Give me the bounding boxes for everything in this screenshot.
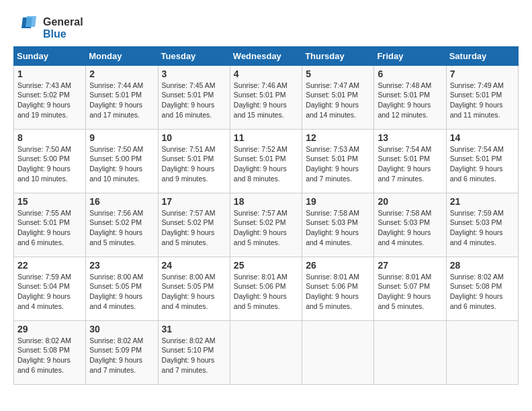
day-number: 16 <box>89 196 154 207</box>
day-info: Sunrise: 7:57 AM Sunset: 5:02 PM Dayligh… <box>234 208 298 248</box>
calendar-week-row: 8 Sunrise: 7:50 AM Sunset: 5:00 PM Dayli… <box>14 129 519 193</box>
day-number: 7 <box>450 68 515 79</box>
logo-text-blue: Blue <box>43 28 83 40</box>
day-number: 11 <box>234 132 298 143</box>
day-info: Sunrise: 8:01 AM Sunset: 5:06 PM Dayligh… <box>234 272 298 312</box>
calendar-cell: 15 Sunrise: 7:55 AM Sunset: 5:01 PM Dayl… <box>14 193 86 257</box>
calendar-cell: 11 Sunrise: 7:52 AM Sunset: 5:01 PM Dayl… <box>230 129 302 193</box>
calendar-cell: 21 Sunrise: 7:59 AM Sunset: 5:03 PM Dayl… <box>446 193 518 257</box>
calendar-cell: 25 Sunrise: 8:01 AM Sunset: 5:06 PM Dayl… <box>230 257 302 320</box>
day-info: Sunrise: 8:01 AM Sunset: 5:07 PM Dayligh… <box>378 272 442 312</box>
day-info: Sunrise: 7:48 AM Sunset: 5:01 PM Dayligh… <box>378 81 442 120</box>
weekday-header-row: SundayMondayTuesdayWednesdayThursdayFrid… <box>14 46 519 65</box>
day-number: 27 <box>378 260 442 271</box>
calendar-cell: 6 Sunrise: 7:48 AM Sunset: 5:01 PM Dayli… <box>374 65 446 129</box>
day-info: Sunrise: 7:58 AM Sunset: 5:03 PM Dayligh… <box>306 208 370 248</box>
day-info: Sunrise: 7:52 AM Sunset: 5:01 PM Dayligh… <box>234 144 298 184</box>
day-info: Sunrise: 7:51 AM Sunset: 5:01 PM Dayligh… <box>162 144 226 184</box>
day-number: 4 <box>234 68 298 79</box>
calendar-week-row: 1 Sunrise: 7:43 AM Sunset: 5:02 PM Dayli… <box>14 65 519 129</box>
calendar-cell: 29 Sunrise: 8:02 AM Sunset: 5:08 PM Dayl… <box>14 320 86 384</box>
day-number: 28 <box>450 260 515 271</box>
day-info: Sunrise: 8:00 AM Sunset: 5:05 PM Dayligh… <box>162 272 226 312</box>
calendar-cell: 5 Sunrise: 7:47 AM Sunset: 5:01 PM Dayli… <box>302 65 374 129</box>
day-number: 25 <box>234 260 298 271</box>
day-info: Sunrise: 7:55 AM Sunset: 5:01 PM Dayligh… <box>17 208 82 248</box>
day-number: 15 <box>17 196 82 207</box>
calendar-cell: 3 Sunrise: 7:45 AM Sunset: 5:01 PM Dayli… <box>158 65 230 129</box>
calendar-cell: 7 Sunrise: 7:49 AM Sunset: 5:01 PM Dayli… <box>446 65 518 129</box>
calendar-cell: 13 Sunrise: 7:54 AM Sunset: 5:01 PM Dayl… <box>374 129 446 193</box>
day-number: 31 <box>162 324 226 334</box>
calendar-cell: 31 Sunrise: 8:02 AM Sunset: 5:10 PM Dayl… <box>158 320 230 384</box>
day-number: 13 <box>378 132 442 143</box>
calendar-cell: 14 Sunrise: 7:54 AM Sunset: 5:01 PM Dayl… <box>446 129 518 193</box>
day-number: 14 <box>450 132 515 143</box>
day-number: 6 <box>378 68 442 79</box>
day-info: Sunrise: 7:45 AM Sunset: 5:01 PM Dayligh… <box>162 81 226 120</box>
calendar-cell: 17 Sunrise: 7:57 AM Sunset: 5:02 PM Dayl… <box>158 193 230 257</box>
calendar-table: SundayMondayTuesdayWednesdayThursdayFrid… <box>13 46 519 385</box>
day-number: 2 <box>89 68 154 79</box>
day-number: 12 <box>306 132 370 143</box>
weekday-header: Tuesday <box>158 46 230 65</box>
day-info: Sunrise: 7:49 AM Sunset: 5:01 PM Dayligh… <box>450 81 515 120</box>
day-info: Sunrise: 8:02 AM Sunset: 5:08 PM Dayligh… <box>450 272 515 312</box>
day-number: 17 <box>162 196 226 207</box>
day-info: Sunrise: 7:54 AM Sunset: 5:01 PM Dayligh… <box>378 144 442 184</box>
day-info: Sunrise: 7:53 AM Sunset: 5:01 PM Dayligh… <box>306 144 370 184</box>
calendar-week-row: 29 Sunrise: 8:02 AM Sunset: 5:08 PM Dayl… <box>14 320 519 384</box>
day-info: Sunrise: 8:02 AM Sunset: 5:08 PM Dayligh… <box>17 336 82 375</box>
day-info: Sunrise: 7:57 AM Sunset: 5:02 PM Dayligh… <box>162 208 226 248</box>
weekday-header: Saturday <box>446 46 518 65</box>
svg-marker-1 <box>26 16 36 27</box>
calendar-cell <box>302 320 374 384</box>
day-number: 29 <box>17 324 82 334</box>
day-number: 20 <box>378 196 442 207</box>
day-number: 5 <box>306 68 370 79</box>
day-info: Sunrise: 7:59 AM Sunset: 5:04 PM Dayligh… <box>17 272 82 312</box>
day-number: 10 <box>162 132 226 143</box>
day-number: 19 <box>306 196 370 207</box>
calendar-cell: 23 Sunrise: 8:00 AM Sunset: 5:05 PM Dayl… <box>86 257 158 320</box>
day-number: 23 <box>89 260 154 271</box>
calendar-cell: 12 Sunrise: 7:53 AM Sunset: 5:01 PM Dayl… <box>302 129 374 193</box>
calendar-cell: 19 Sunrise: 7:58 AM Sunset: 5:03 PM Dayl… <box>302 193 374 257</box>
day-number: 21 <box>450 196 515 207</box>
calendar-cell: 18 Sunrise: 7:57 AM Sunset: 5:02 PM Dayl… <box>230 193 302 257</box>
day-number: 26 <box>306 260 370 271</box>
day-number: 30 <box>89 324 154 334</box>
day-number: 24 <box>162 260 226 271</box>
day-info: Sunrise: 7:47 AM Sunset: 5:01 PM Dayligh… <box>306 81 370 120</box>
calendar-cell <box>230 320 302 384</box>
calendar-cell <box>374 320 446 384</box>
calendar-cell: 10 Sunrise: 7:51 AM Sunset: 5:01 PM Dayl… <box>158 129 230 193</box>
calendar-cell: 4 Sunrise: 7:46 AM Sunset: 5:01 PM Dayli… <box>230 65 302 129</box>
calendar-cell: 24 Sunrise: 8:00 AM Sunset: 5:05 PM Dayl… <box>158 257 230 320</box>
calendar-cell: 20 Sunrise: 7:58 AM Sunset: 5:03 PM Dayl… <box>374 193 446 257</box>
logo-text-general: General <box>43 16 83 28</box>
day-number: 22 <box>17 260 82 271</box>
day-number: 9 <box>89 132 154 143</box>
header: General Blue <box>13 13 519 41</box>
calendar-cell: 28 Sunrise: 8:02 AM Sunset: 5:08 PM Dayl… <box>446 257 518 320</box>
logo-graphic <box>13 16 42 40</box>
day-info: Sunrise: 7:56 AM Sunset: 5:02 PM Dayligh… <box>89 208 154 248</box>
day-info: Sunrise: 8:02 AM Sunset: 5:10 PM Dayligh… <box>162 336 226 375</box>
logo: General Blue <box>13 16 83 41</box>
calendar-cell: 8 Sunrise: 7:50 AM Sunset: 5:00 PM Dayli… <box>14 129 86 193</box>
weekday-header: Monday <box>86 46 158 65</box>
day-info: Sunrise: 7:50 AM Sunset: 5:00 PM Dayligh… <box>17 144 82 184</box>
calendar-week-row: 15 Sunrise: 7:55 AM Sunset: 5:01 PM Dayl… <box>14 193 519 257</box>
day-info: Sunrise: 8:00 AM Sunset: 5:05 PM Dayligh… <box>89 272 154 312</box>
calendar-header: SundayMondayTuesdayWednesdayThursdayFrid… <box>14 46 519 65</box>
day-info: Sunrise: 7:54 AM Sunset: 5:01 PM Dayligh… <box>450 144 515 184</box>
calendar-cell: 16 Sunrise: 7:56 AM Sunset: 5:02 PM Dayl… <box>86 193 158 257</box>
day-info: Sunrise: 7:58 AM Sunset: 5:03 PM Dayligh… <box>378 208 442 248</box>
weekday-header: Thursday <box>302 46 374 65</box>
day-number: 3 <box>162 68 226 79</box>
day-number: 18 <box>234 196 298 207</box>
calendar-cell: 22 Sunrise: 7:59 AM Sunset: 5:04 PM Dayl… <box>14 257 86 320</box>
calendar-cell: 27 Sunrise: 8:01 AM Sunset: 5:07 PM Dayl… <box>374 257 446 320</box>
calendar-cell: 26 Sunrise: 8:01 AM Sunset: 5:06 PM Dayl… <box>302 257 374 320</box>
